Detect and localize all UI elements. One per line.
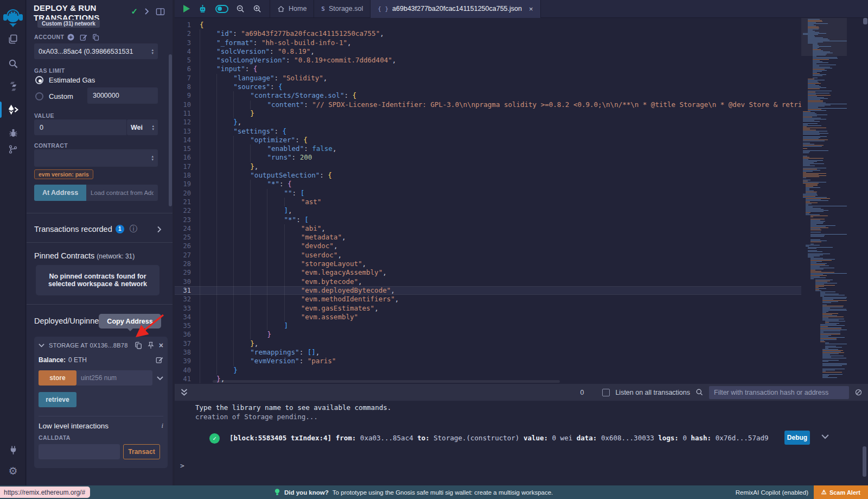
- code-line-13[interactable]: 13 "settings": {: [175, 127, 801, 136]
- rail-deploy-run[interactable]: [0, 100, 26, 119]
- estimated-gas-radio[interactable]: [35, 76, 43, 84]
- pin-panel-icon[interactable]: [156, 8, 165, 16]
- code-line-2[interactable]: 2 "id": "a69b43f277ba20fcac141151250ca75…: [175, 29, 801, 38]
- code-line-20[interactable]: 20 "": [: [175, 189, 801, 198]
- contract-instance-title[interactable]: STORAGE AT 0X136...8B78: [49, 342, 130, 349]
- code-editor[interactable]: 1{2 "id": "a69b43f277ba20fcac141151250ca…: [175, 18, 801, 384]
- code-line-34[interactable]: 34 "evm.assembly": [175, 313, 801, 321]
- copilot-status[interactable]: RemixAI Copilot (enabled): [736, 485, 808, 499]
- code-line-10[interactable]: 10 "content": "// SPDX-License-Identifie…: [175, 100, 801, 109]
- panel-scrollbar[interactable]: [169, 54, 172, 206]
- code-line-9[interactable]: 9 "contracts/Storage.sol": {: [175, 91, 801, 100]
- code-line-28[interactable]: 28 "storageLayout",: [175, 260, 801, 268]
- zoom-in-icon[interactable]: [253, 4, 262, 14]
- minimap[interactable]: [801, 18, 847, 380]
- zoom-out-icon[interactable]: [236, 4, 245, 14]
- chevron-right-icon[interactable]: [144, 8, 149, 15]
- collapse-contract-icon[interactable]: [39, 343, 44, 348]
- code-line-8[interactable]: 8 "sources": {: [175, 83, 801, 91]
- value-unit-select[interactable]: Wei ▴▾: [126, 119, 158, 135]
- code-line-33[interactable]: 33 "evm.gasEstimates",: [175, 304, 801, 313]
- ai-assistant-icon[interactable]: [197, 4, 208, 14]
- collapse-terminal-icon[interactable]: [181, 389, 188, 396]
- expand-transactions-icon[interactable]: [157, 226, 162, 233]
- code-line-40[interactable]: 40 }: [175, 366, 801, 375]
- code-line-38[interactable]: 38 "remappings": [],: [175, 348, 801, 357]
- code-line-4[interactable]: 4 "solcVersion": "0.8.19",: [175, 47, 801, 56]
- expand-log-icon[interactable]: [821, 434, 829, 439]
- sign-message-icon[interactable]: [80, 34, 87, 41]
- rail-search[interactable]: [0, 54, 26, 73]
- account-select[interactable]: 0xA03...85ac4 (0.39866531531 ▴▾: [34, 43, 158, 59]
- rail-file-explorer[interactable]: [0, 30, 26, 48]
- scam-alert-button[interactable]: ⚠ Scam Alert: [814, 485, 868, 499]
- copy-account-icon[interactable]: [92, 34, 100, 41]
- at-address-button[interactable]: At Address: [34, 185, 86, 201]
- store-arg-input[interactable]: [76, 370, 152, 386]
- rail-settings-gear[interactable]: ⚙: [0, 462, 26, 480]
- code-line-1[interactable]: 1{: [175, 21, 801, 29]
- code-line-18[interactable]: 18 "outputSelection": {: [175, 171, 801, 180]
- remove-contract-icon[interactable]: ×: [159, 341, 163, 350]
- terminal-scrollbar[interactable]: [863, 446, 866, 477]
- code-line-19[interactable]: 19 "*": {: [175, 180, 801, 188]
- terminal-prompt[interactable]: >: [180, 462, 184, 470]
- code-line-32[interactable]: 32 "evm.methodIdentifiers",: [175, 295, 801, 304]
- code-line-11[interactable]: 11 }: [175, 109, 801, 118]
- copy-address-icon[interactable]: [135, 342, 143, 350]
- rail-remix-logo[interactable]: [0, 3, 26, 22]
- tab-Home[interactable]: Home: [270, 0, 314, 18]
- code-line-16[interactable]: 16 "runs": 200: [175, 153, 801, 162]
- create-account-icon[interactable]: [67, 33, 75, 41]
- code-line-36[interactable]: 36 }: [175, 330, 801, 339]
- code-line-26[interactable]: 26 "devdoc",: [175, 242, 801, 250]
- code-line-3[interactable]: 3 "_format": "hh-sol-build-info-1",: [175, 39, 801, 47]
- low-level-info-icon[interactable]: i: [161, 421, 163, 430]
- code-line-7[interactable]: 7 "language": "Solidity",: [175, 74, 801, 83]
- custom-gas-radio[interactable]: [35, 92, 43, 100]
- tab-a69b43f277ba20fcac141151250ca755.json[interactable]: { }a69b43f277ba20fcac141151250ca755.json…: [371, 0, 540, 18]
- custom-gas-input[interactable]: [87, 87, 158, 104]
- code-line-35[interactable]: 35 ]: [175, 321, 801, 330]
- copilot-toggle[interactable]: [215, 5, 228, 13]
- code-line-24[interactable]: 24 "abi",: [175, 224, 801, 233]
- contract-select[interactable]: ▴▾: [34, 149, 158, 167]
- debug-button[interactable]: Debug: [784, 431, 810, 445]
- close-tab-icon[interactable]: ×: [529, 5, 533, 13]
- code-line-39[interactable]: 39 "evmVersion": "paris": [175, 357, 801, 365]
- value-input[interactable]: [34, 119, 126, 135]
- code-line-17[interactable]: 17 },: [175, 162, 801, 171]
- transaction-log-row[interactable]: ✓ [block:5583405 txIndex:4] from: 0xa03.…: [209, 433, 768, 444]
- code-line-6[interactable]: 6 "input": {: [175, 65, 801, 73]
- code-line-21[interactable]: 21 "ast": [175, 198, 801, 206]
- code-line-29[interactable]: 29 "evm.legacyAssembly",: [175, 268, 801, 277]
- expand-args-icon[interactable]: [157, 376, 163, 381]
- code-line-23[interactable]: 23 "*": [: [175, 216, 801, 224]
- code-line-15[interactable]: 15 "enabled": false,: [175, 144, 801, 153]
- rail-plugin-plug[interactable]: [0, 441, 26, 459]
- transactions-recorded-row[interactable]: Transactions recorded 1 ⓘ: [34, 224, 137, 234]
- code-line-22[interactable]: 22 ],: [175, 206, 801, 215]
- run-script-icon[interactable]: [183, 5, 190, 12]
- pin-contract-icon[interactable]: [147, 342, 155, 350]
- terminal-filter-input[interactable]: [709, 386, 849, 399]
- code-line-25[interactable]: 25 "metadata",: [175, 233, 801, 242]
- tab-Storage.sol[interactable]: SStorage.sol: [314, 0, 371, 18]
- store-button[interactable]: store: [39, 370, 76, 386]
- editor-vertical-scrollbar[interactable]: [863, 18, 868, 380]
- info-icon[interactable]: ⓘ: [130, 224, 137, 234]
- rail-solidity-compiler[interactable]: [0, 77, 26, 96]
- code-line-30[interactable]: 30 "evm.bytecode",: [175, 277, 801, 286]
- code-line-5[interactable]: 5 "solcLongVersion": "0.8.19+commit.7dd6…: [175, 56, 801, 65]
- code-line-37[interactable]: 37 },: [175, 339, 801, 348]
- code-line-12[interactable]: 12 },: [175, 118, 801, 127]
- listen-all-checkbox[interactable]: [602, 389, 610, 396]
- transact-button[interactable]: Transact: [123, 444, 160, 459]
- clear-console-icon[interactable]: [854, 388, 863, 396]
- retrieve-button[interactable]: retrieve: [39, 392, 76, 407]
- at-address-input[interactable]: [86, 185, 158, 201]
- code-line-31[interactable]: 31 "evm.deployedBytecode",: [175, 286, 801, 295]
- calldata-input[interactable]: [39, 444, 120, 459]
- code-line-27[interactable]: 27 "userdoc",: [175, 251, 801, 260]
- code-line-14[interactable]: 14 "optimizer": {: [175, 136, 801, 144]
